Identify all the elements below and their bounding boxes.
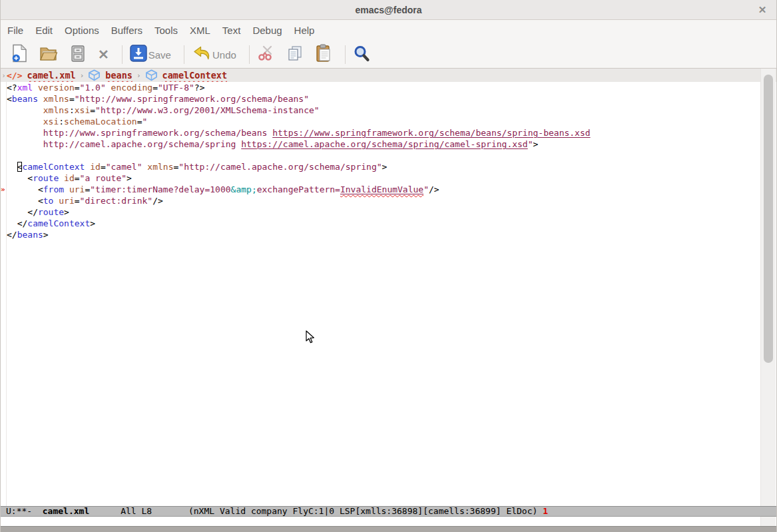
code-line: <beans xmlns="http://www.springframework…	[1, 93, 776, 105]
fringe	[1, 116, 7, 127]
scrollbar-track[interactable]	[760, 69, 776, 532]
menu-item-buffers[interactable]: Buffers	[105, 20, 148, 41]
code-plain: <?	[7, 83, 17, 93]
code-string: "http://www.w3.org/2001/XMLSchema-instan…	[95, 105, 320, 115]
code-plain	[64, 184, 69, 194]
code-plain: =	[75, 83, 80, 93]
code-string: exchangePattern=	[257, 184, 340, 194]
code-line	[1, 150, 776, 161]
code-attr: xmlns	[43, 105, 69, 115]
code-tag: to	[43, 196, 54, 206]
code-plain: =	[75, 173, 80, 183]
code-tag: from	[43, 184, 64, 194]
code-string: "	[142, 117, 148, 127]
code-line: </beans>	[1, 229, 776, 240]
modeline-text: All L8 (nXML Valid company FlyC:1|0 LSP[…	[89, 506, 543, 516]
code-link: https://camel.apache.org/schema/spring/c…	[241, 139, 527, 149]
code-plain: >	[90, 218, 95, 228]
code-line: http://camel.apache.org/schema/spring ht…	[1, 138, 776, 150]
open-file-button[interactable]	[39, 45, 58, 65]
code-tag: camelContext	[27, 218, 90, 228]
code-plain: >	[64, 207, 69, 217]
code-string: "UTF-8"	[158, 83, 194, 93]
code-string: "a route"	[80, 173, 127, 183]
menu-item-debug[interactable]: Debug	[246, 20, 288, 41]
code-string: "	[528, 139, 533, 149]
code-plain: >	[43, 230, 49, 240]
cut-button[interactable]	[257, 45, 275, 65]
window-title: emacs@fedora	[355, 5, 421, 15]
menu-item-edit[interactable]: Edit	[29, 20, 59, 41]
fringe	[1, 105, 7, 116]
code-plain: =	[152, 83, 158, 93]
breadcrumb-separator: ›	[136, 71, 141, 80]
close-buffer-button[interactable]: ✕	[98, 47, 109, 63]
code-attr: xsi	[75, 105, 90, 115]
code-string: "http://camel.apache.org/schema/spring"	[178, 162, 382, 172]
code-plain	[7, 139, 43, 149]
code-plain: ?>	[194, 83, 205, 93]
modeline[interactable]: U:**- camel.xml All L8 (nXML Valid compa…	[1, 506, 776, 517]
code-plain: <	[7, 173, 33, 183]
search-button[interactable]	[353, 45, 370, 65]
paste-button[interactable]	[315, 44, 332, 65]
fringe	[1, 172, 7, 184]
code-plain: <	[7, 196, 43, 206]
code-plain	[7, 128, 43, 138]
code-attr: xsi	[43, 117, 59, 127]
code-attr: encoding	[111, 83, 153, 93]
copy-button[interactable]	[286, 45, 304, 65]
breadcrumb-item-beans[interactable]: beans	[88, 69, 132, 81]
fringe	[1, 206, 7, 218]
menu-item-xml[interactable]: XML	[184, 20, 216, 41]
echo-area[interactable]	[1, 517, 776, 526]
code-string: "1.0"	[80, 83, 106, 93]
editor-buffer[interactable]: <?xml version="1.0" encoding="UTF-8"?><b…	[1, 82, 776, 506]
dired-button[interactable]	[69, 45, 87, 65]
menu-item-file[interactable]: File	[7, 20, 29, 41]
menu-item-options[interactable]: Options	[59, 20, 105, 41]
new-file-icon	[11, 44, 28, 65]
code-plain	[7, 162, 17, 172]
menu-item-tools[interactable]: Tools	[148, 20, 184, 41]
emacs-window: emacs@fedora ✕ FileEditOptionsBuffersToo…	[0, 0, 777, 532]
code-plain: </	[7, 218, 27, 228]
code-attr: schemaLocation	[64, 117, 137, 127]
code-plain	[38, 94, 43, 104]
undo-button[interactable]: Undo	[192, 45, 236, 64]
toolbar: ✕ Save Undo	[1, 41, 776, 69]
menu-item-text[interactable]: Text	[216, 20, 247, 41]
copy-icon	[286, 45, 304, 65]
open-folder-icon	[39, 45, 58, 65]
toolbar-separator	[249, 45, 250, 64]
save-button[interactable]: Save	[130, 45, 171, 65]
code-plain: =	[101, 162, 106, 172]
save-icon	[130, 45, 147, 65]
code-plain: =	[137, 117, 142, 127]
titlebar[interactable]: emacs@fedora ✕	[1, 0, 776, 20]
close-icon[interactable]: ✕	[755, 3, 770, 17]
code-tag: beans	[12, 94, 38, 104]
code-plain: <	[7, 94, 12, 104]
menu-item-help[interactable]: Help	[288, 20, 321, 41]
breadcrumb-label: camel.xml	[27, 70, 75, 81]
code-plain: </	[7, 207, 38, 217]
breadcrumb-label: camelContext	[162, 70, 228, 81]
code-plain	[7, 105, 43, 115]
code-plain: =	[69, 94, 75, 104]
code-plain: =	[75, 196, 80, 206]
breadcrumb-item-camelContext[interactable]: camelContext	[145, 69, 228, 81]
breadcrumb-item-camel.xml[interactable]: </>camel.xml	[7, 70, 76, 81]
breadcrumb: › </>camel.xml› beans› camelContext	[1, 69, 776, 82]
new-file-button[interactable]	[11, 44, 28, 65]
fringe	[1, 150, 7, 161]
code-line: <route id="a route">	[1, 172, 776, 184]
undo-icon	[192, 45, 211, 64]
code-string: "timer:timerName?delay=1000	[90, 184, 230, 194]
code-attr: version	[38, 83, 75, 93]
code-icon: </>	[7, 71, 22, 81]
scrollbar-thumb[interactable]	[764, 75, 773, 363]
code-line: http://www.springframework.org/schema/be…	[1, 127, 776, 138]
code-plain: >	[127, 173, 132, 183]
code-pi: xml	[17, 83, 33, 93]
